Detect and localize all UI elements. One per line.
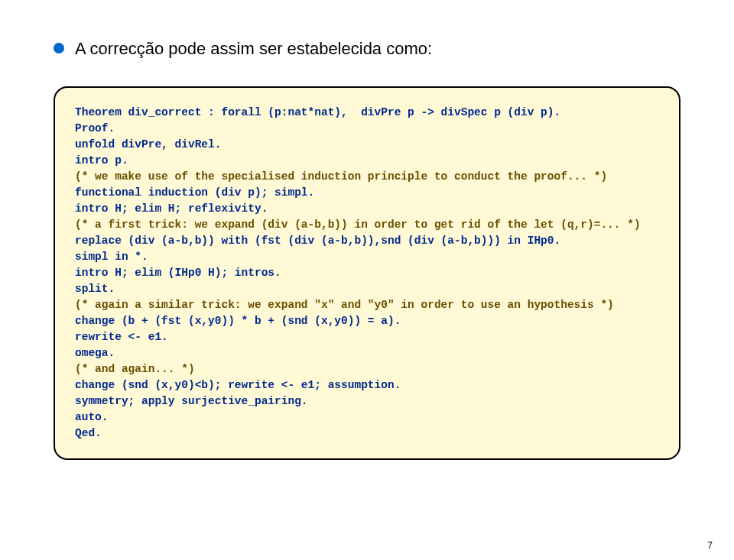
- code-comment: (* we make use of the specialised induct…: [75, 170, 607, 183]
- code-line: functional induction (div p); simpl.: [75, 186, 314, 199]
- code-comment: (* again a similar trick: we expand "x" …: [75, 299, 614, 311]
- code-line: replace (div (a-b,b)) with (fst (div (a-…: [75, 235, 560, 247]
- code-line: change (b + (fst (x,y0)) * b + (snd (x,y…: [75, 315, 401, 327]
- heading-row: A correcção pode assim ser estabelecida …: [54, 38, 680, 60]
- heading-text: A correcção pode assim ser estabelecida …: [75, 38, 432, 60]
- code-line: change (snd (x,y0)<b); rewrite <- e1; as…: [75, 379, 401, 391]
- code-block: Theorem div_correct : forall (p:nat*nat)…: [54, 86, 680, 460]
- bullet-icon: [54, 43, 64, 53]
- slide-page: A correcção pode assim ser estabelecida …: [0, 0, 734, 560]
- code-line: Proof.: [75, 122, 115, 134]
- code-line: Qed.: [75, 427, 102, 439]
- code-line: omega.: [75, 347, 115, 359]
- code-line: intro p.: [75, 154, 128, 167]
- code-line: simpl in *.: [75, 251, 148, 263]
- code-line: rewrite <- e1.: [75, 331, 168, 343]
- code-comment: (* a first trick: we expand (div (a-b,b)…: [75, 218, 641, 231]
- code-line: auto.: [75, 411, 109, 423]
- code-line: Theorem div_correct : forall (p:nat*nat)…: [75, 106, 560, 118]
- code-line: intro H; elim H; reflexivity.: [75, 202, 268, 215]
- code-line: unfold divPre, divRel.: [75, 138, 221, 151]
- code-comment: (* and again... *): [75, 363, 195, 375]
- code-line: symmetry; apply surjective_pairing.: [75, 395, 308, 407]
- page-number: 7: [707, 540, 713, 551]
- code-line: split.: [75, 283, 115, 295]
- code-line: intro H; elim (IHp0 H); intros.: [75, 267, 281, 279]
